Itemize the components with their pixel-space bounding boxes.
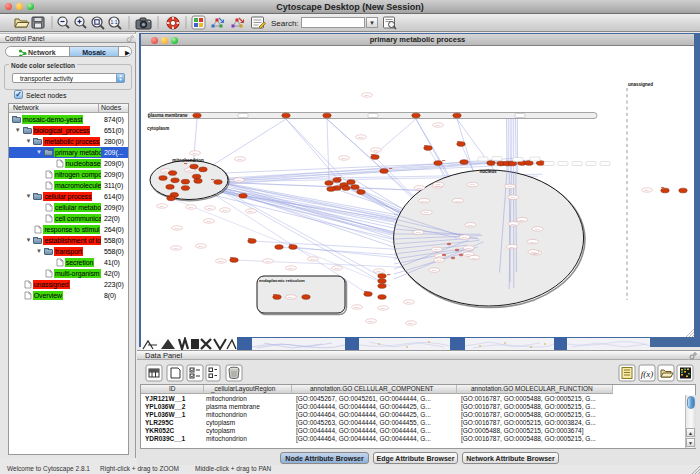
svg-text:Gen l: Gen l	[163, 170, 169, 172]
svg-text:Gen l: Gen l	[434, 248, 440, 250]
svg-text:Gen l: Gen l	[206, 220, 212, 222]
svg-text:Gen l: Gen l	[507, 185, 513, 187]
svg-text:mitochondrion: mitochondrion	[172, 158, 204, 163]
svg-text:Gen l: Gen l	[470, 183, 476, 185]
svg-text:Gen l: Gen l	[159, 205, 165, 207]
svg-text:Gen l: Gen l	[310, 258, 316, 260]
svg-text:Gen l: Gen l	[468, 224, 474, 226]
svg-text:Gen l: Gen l	[207, 207, 213, 209]
svg-text:Gen l: Gen l	[432, 269, 438, 271]
svg-text:Gen l: Gen l	[466, 247, 472, 249]
svg-text:Gen l: Gen l	[511, 223, 517, 225]
svg-text:Gen l: Gen l	[288, 267, 294, 269]
svg-text:Gen l: Gen l	[406, 301, 412, 303]
svg-text:1:1: 1:1	[111, 19, 118, 25]
svg-text:Gen l: Gen l	[376, 270, 382, 272]
svg-text:Gen l: Gen l	[535, 228, 541, 230]
svg-text:Gen l: Gen l	[436, 259, 442, 261]
svg-text:Gen l: Gen l	[408, 322, 414, 324]
svg-text:nucleus: nucleus	[479, 169, 497, 174]
svg-text:Gen l: Gen l	[174, 227, 180, 229]
svg-text:Gen l: Gen l	[236, 179, 242, 181]
svg-text:Gen l: Gen l	[416, 231, 422, 233]
svg-text:Gen l: Gen l	[435, 124, 441, 126]
svg-text:Gen l: Gen l	[368, 320, 374, 322]
svg-text:Gen l: Gen l	[519, 219, 525, 221]
svg-text:Gen l: Gen l	[237, 158, 243, 160]
svg-text:Gen l: Gen l	[531, 251, 537, 253]
svg-text:Gen l: Gen l	[380, 307, 386, 309]
svg-text:Gen l: Gen l	[424, 211, 430, 213]
svg-text:Gen l: Gen l	[187, 169, 193, 171]
svg-text:Gen l: Gen l	[644, 189, 650, 191]
svg-text:Gen l: Gen l	[265, 260, 271, 262]
svg-text:Gen l: Gen l	[358, 136, 364, 138]
svg-text:Gen l: Gen l	[248, 210, 254, 212]
svg-text:endoplasmic reticulum: endoplasmic reticulum	[259, 278, 305, 283]
svg-text:Gen l: Gen l	[462, 236, 468, 238]
svg-text:Gen l: Gen l	[354, 306, 360, 308]
svg-text:Gen l: Gen l	[288, 296, 294, 298]
svg-text:unassigned: unassigned	[628, 82, 653, 87]
svg-text:Gen l: Gen l	[511, 196, 517, 198]
svg-text:Gen l: Gen l	[364, 94, 370, 96]
svg-text:plasma membrane: plasma membrane	[148, 113, 188, 118]
svg-text:Gen l: Gen l	[173, 247, 179, 249]
svg-text:Gen l: Gen l	[455, 200, 461, 202]
svg-text:Gen l: Gen l	[218, 260, 224, 262]
svg-text:Gen l: Gen l	[373, 149, 379, 151]
svg-text:Gen l: Gen l	[222, 209, 228, 211]
svg-text:Gen l: Gen l	[509, 246, 515, 248]
svg-text:Gen l: Gen l	[198, 245, 204, 247]
svg-text:Gen l: Gen l	[334, 267, 340, 269]
svg-text:cytoplasm: cytoplasm	[147, 126, 169, 131]
svg-text:Gen l: Gen l	[466, 253, 472, 255]
svg-text:Gen l: Gen l	[421, 200, 427, 202]
svg-text:f(x): f(x)	[641, 369, 654, 379]
svg-text:Gen l: Gen l	[436, 183, 442, 185]
svg-text:Gen l: Gen l	[472, 257, 478, 259]
svg-text:Gen l: Gen l	[417, 187, 423, 189]
svg-text:Gen l: Gen l	[530, 241, 536, 243]
svg-text:Gen l: Gen l	[192, 152, 198, 154]
svg-text:Gen l: Gen l	[188, 206, 194, 208]
svg-text:Gen l: Gen l	[341, 157, 347, 159]
